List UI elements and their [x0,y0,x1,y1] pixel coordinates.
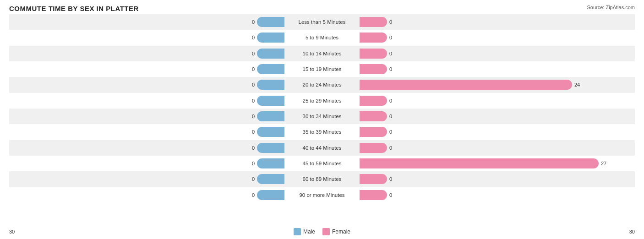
row-label: 15 to 19 Minutes [285,66,359,72]
row-label: 40 to 44 Minutes [285,145,359,151]
female-bar [360,143,387,153]
row-label: 35 to 39 Minutes [285,129,359,135]
female-bar [360,111,387,121]
female-value: 0 [389,19,392,25]
male-legend-box [294,228,301,235]
female-value: 0 [389,35,392,40]
right-half: 0 [359,124,635,140]
chart-row: 0 5 to 9 Minutes 0 [9,30,635,45]
bottom-area: 30 Male Female 30 [0,228,644,235]
right-half: 0 [359,46,635,61]
male-bar [257,127,284,137]
left-half: 0 [9,77,285,92]
row-label: 90 or more Minutes [285,192,359,198]
chart-title: COMMUTE TIME BY SEX IN PLATTER [9,5,635,12]
female-bar [360,158,599,168]
chart-row: 0 15 to 19 Minutes 0 [9,61,635,77]
male-bar [257,143,284,153]
female-bar [360,17,387,27]
left-half: 0 [9,124,285,140]
left-half: 0 [9,30,285,45]
female-bar [360,64,387,74]
male-value: 0 [252,98,255,103]
chart-row: 0 45 to 59 Minutes 27 [9,156,635,171]
male-value: 0 [252,176,255,182]
chart-row: 0 25 to 29 Minutes 0 [9,93,635,109]
female-bar [360,96,387,106]
male-bar [257,190,284,200]
male-value: 0 [252,145,255,151]
right-half: 0 [359,171,635,187]
female-bar [360,190,387,200]
male-value: 0 [252,161,255,166]
row-label: 5 to 9 Minutes [285,35,359,40]
left-half: 0 [9,14,285,30]
male-bar [257,49,284,59]
female-value: 27 [601,161,606,166]
row-label: 45 to 59 Minutes [285,161,359,166]
row-label: 10 to 14 Minutes [285,51,359,56]
female-bar [360,80,572,90]
chart-row: 0 40 to 44 Minutes 0 [9,140,635,156]
left-half: 0 [9,46,285,61]
left-half: 0 [9,156,285,171]
axis-right-label: 30 [629,229,635,234]
chart-row: 0 Less than 5 Minutes 0 [9,14,635,30]
right-half: 0 [359,93,635,109]
male-bar [257,80,284,90]
right-half: 0 [359,140,635,156]
male-value: 0 [252,66,255,72]
right-half: 0 [359,14,635,30]
female-value: 24 [574,82,580,87]
female-value: 0 [389,129,392,135]
chart-row: 0 30 to 34 Minutes 0 [9,109,635,124]
chart-row: 0 10 to 14 Minutes 0 [9,46,635,61]
female-bar [360,49,387,59]
row-label: 25 to 29 Minutes [285,98,359,103]
legend-female: Female [322,228,350,235]
right-half: 27 [359,156,635,171]
female-legend-box [322,228,330,235]
axis-left-label: 30 [9,229,15,234]
male-value: 0 [252,51,255,56]
male-bar [257,33,284,43]
female-value: 0 [389,98,392,103]
right-half: 0 [359,109,635,124]
legend: Male Female [294,228,350,235]
female-bar [360,33,387,43]
female-bar [360,174,387,184]
right-half: 0 [359,187,635,203]
female-value: 0 [389,51,392,56]
male-bar [257,96,284,106]
right-half: 0 [359,30,635,45]
female-bar [360,127,387,137]
male-value: 0 [252,129,255,135]
male-value: 0 [252,192,255,198]
male-bar [257,174,284,184]
left-half: 0 [9,109,285,124]
male-value: 0 [252,82,255,87]
row-label: 30 to 34 Minutes [285,114,359,119]
chart-row: 0 60 to 89 Minutes 0 [9,171,635,187]
right-half: 0 [359,61,635,77]
female-legend-label: Female [332,228,350,235]
chart-container: COMMUTE TIME BY SEX IN PLATTER Source: Z… [0,0,644,239]
female-value: 0 [389,145,392,151]
male-bar [257,64,284,74]
chart-row: 0 20 to 24 Minutes 24 [9,77,635,92]
male-value: 0 [252,114,255,119]
chart-source: Source: ZipAtlas.com [587,5,635,10]
left-half: 0 [9,140,285,156]
row-label: Less than 5 Minutes [285,19,359,25]
chart-row: 0 35 to 39 Minutes 0 [9,124,635,140]
left-half: 0 [9,61,285,77]
male-bar [257,111,284,121]
chart-row: 0 90 or more Minutes 0 [9,187,635,203]
row-label: 60 to 89 Minutes [285,176,359,182]
left-half: 0 [9,171,285,187]
legend-male: Male [294,228,315,235]
left-half: 0 [9,93,285,109]
male-value: 0 [252,19,255,25]
female-value: 0 [389,192,392,198]
female-value: 0 [389,176,392,182]
